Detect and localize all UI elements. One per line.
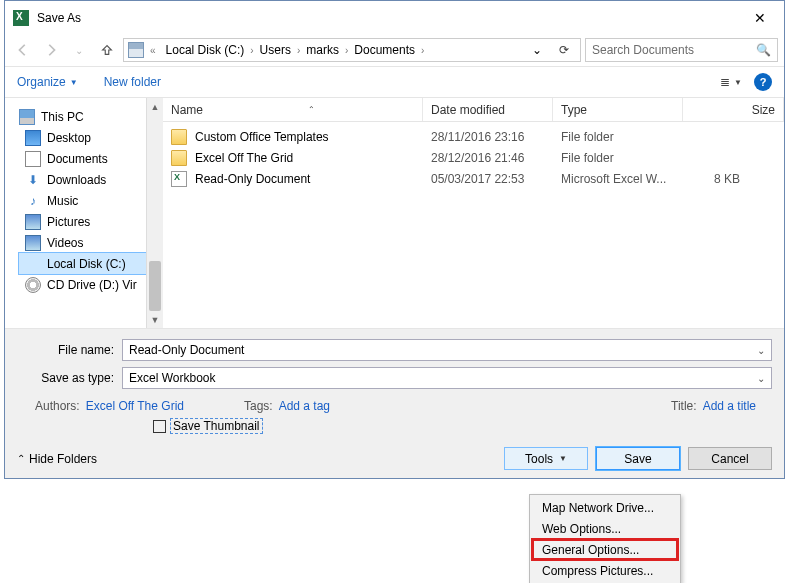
chevron-down-icon[interactable]: ⌄: [757, 345, 765, 356]
view-button[interactable]: ≣▼: [720, 75, 742, 89]
sidebar-this-pc[interactable]: This PC: [19, 106, 163, 127]
document-icon: [25, 151, 41, 167]
search-icon: 🔍: [756, 43, 771, 57]
chevron-icon[interactable]: ›: [248, 45, 255, 56]
search-input[interactable]: Search Documents 🔍: [585, 38, 778, 62]
chevron-up-icon: ⌃: [17, 453, 25, 464]
tags-value[interactable]: Add a tag: [279, 399, 330, 413]
folder-icon: [171, 150, 187, 166]
crumb-documents[interactable]: Documents: [350, 40, 419, 60]
menu-web-options[interactable]: Web Options...: [532, 518, 678, 539]
sidebar-music[interactable]: ♪Music: [19, 190, 163, 211]
authors-label: Authors:: [35, 399, 80, 413]
desktop-icon: [25, 130, 41, 146]
excel-file-icon: [171, 171, 187, 187]
column-headers: Name⌃ Date modified Type Size: [163, 98, 784, 122]
hide-folders-button[interactable]: ⌃Hide Folders: [17, 452, 97, 466]
tags-label: Tags:: [244, 399, 273, 413]
crumb-users[interactable]: Users: [256, 40, 295, 60]
dialog-title: Save As: [37, 11, 744, 25]
meta-row: Authors: Excel Off The Grid Tags: Add a …: [35, 399, 772, 413]
toolbar: Organize▼ New folder ≣▼ ?: [5, 66, 784, 98]
form-area: File name: Read-Only Document⌄ Save as t…: [5, 328, 784, 478]
menu-general-options[interactable]: General Options...: [532, 539, 678, 560]
refresh-button[interactable]: ⟳: [552, 40, 576, 60]
chevron-icon[interactable]: ›: [295, 45, 302, 56]
chevron-icon[interactable]: ›: [343, 45, 350, 56]
help-button[interactable]: ?: [754, 73, 772, 91]
crumb-marks[interactable]: marks: [302, 40, 343, 60]
pc-icon: [19, 109, 35, 125]
col-size[interactable]: Size: [683, 98, 784, 121]
sidebar-desktop[interactable]: Desktop: [19, 127, 163, 148]
nav-bar: ⌄ « Local Disk (C:)› Users› marks› Docum…: [5, 34, 784, 66]
up-button[interactable]: [95, 38, 119, 62]
chevron-icon[interactable]: «: [148, 45, 158, 56]
pictures-icon: [25, 214, 41, 230]
sidebar: This PC Desktop Documents ⬇Downloads ♪Mu…: [5, 98, 163, 328]
sidebar-scrollbar[interactable]: ▲ ▼: [146, 98, 163, 328]
title-bar: Save As ✕: [5, 1, 784, 34]
address-dropdown[interactable]: ⌄: [526, 43, 548, 57]
title-value[interactable]: Add a title: [703, 399, 756, 413]
sidebar-documents[interactable]: Documents: [19, 148, 163, 169]
drive-icon: [25, 256, 41, 272]
new-folder-button[interactable]: New folder: [104, 75, 161, 89]
folder-icon: [171, 129, 187, 145]
save-as-dialog: Save As ✕ ⌄ « Local Disk (C:)› Users› ma…: [4, 0, 785, 479]
thumbnail-label: Save Thumbnail: [170, 418, 263, 434]
type-label: Save as type:: [17, 371, 122, 385]
sidebar-videos[interactable]: Videos: [19, 232, 163, 253]
file-row[interactable]: Excel Off The Grid 28/12/2016 21:46 File…: [163, 147, 784, 168]
file-row[interactable]: Read-Only Document 05/03/2017 22:53 Micr…: [163, 168, 784, 189]
menu-compress-pictures[interactable]: Compress Pictures...: [532, 560, 678, 581]
excel-icon: [13, 10, 29, 26]
file-pane: Name⌃ Date modified Type Size Custom Off…: [163, 98, 784, 328]
col-date[interactable]: Date modified: [423, 98, 553, 121]
body: This PC Desktop Documents ⬇Downloads ♪Mu…: [5, 98, 784, 328]
thumbnail-row: Save Thumbnail: [153, 419, 772, 433]
title-label: Title:: [671, 399, 697, 413]
file-row[interactable]: Custom Office Templates 28/11/2016 23:16…: [163, 126, 784, 147]
scroll-thumb[interactable]: [149, 261, 161, 311]
close-button[interactable]: ✕: [744, 6, 776, 30]
drive-icon: [128, 42, 144, 58]
filename-input[interactable]: Read-Only Document⌄: [122, 339, 772, 361]
scroll-up-icon[interactable]: ▲: [147, 98, 163, 115]
search-placeholder: Search Documents: [592, 43, 694, 57]
menu-map-drive[interactable]: Map Network Drive...: [532, 497, 678, 518]
organize-button[interactable]: Organize▼: [17, 75, 78, 89]
sidebar-cd-drive[interactable]: CD Drive (D:) Vir: [19, 274, 163, 295]
chevron-icon[interactable]: ›: [419, 45, 426, 56]
cd-icon: [25, 277, 41, 293]
sidebar-downloads[interactable]: ⬇Downloads: [19, 169, 163, 190]
col-type[interactable]: Type: [553, 98, 683, 121]
col-name[interactable]: Name⌃: [163, 98, 423, 121]
scroll-down-icon[interactable]: ▼: [147, 311, 163, 328]
chevron-down-icon: ▼: [559, 454, 567, 463]
save-button[interactable]: Save: [596, 447, 680, 470]
tools-menu: Map Network Drive... Web Options... Gene…: [529, 494, 681, 583]
videos-icon: [25, 235, 41, 251]
sidebar-pictures[interactable]: Pictures: [19, 211, 163, 232]
button-row: ⌃Hide Folders Tools▼ Save Cancel: [17, 447, 772, 470]
recent-dropdown[interactable]: ⌄: [67, 38, 91, 62]
type-select[interactable]: Excel Workbook⌄: [122, 367, 772, 389]
forward-button[interactable]: [39, 38, 63, 62]
crumb-local-disk[interactable]: Local Disk (C:): [162, 40, 249, 60]
download-icon: ⬇: [25, 172, 41, 188]
file-list: Custom Office Templates 28/11/2016 23:16…: [163, 122, 784, 328]
chevron-down-icon[interactable]: ⌄: [757, 373, 765, 384]
back-button[interactable]: [11, 38, 35, 62]
sidebar-local-disk[interactable]: Local Disk (C:): [19, 253, 163, 274]
cancel-button[interactable]: Cancel: [688, 447, 772, 470]
breadcrumb: Local Disk (C:)› Users› marks› Documents…: [162, 40, 522, 60]
address-bar[interactable]: « Local Disk (C:)› Users› marks› Documen…: [123, 38, 581, 62]
thumbnail-checkbox[interactable]: [153, 420, 166, 433]
tools-button[interactable]: Tools▼: [504, 447, 588, 470]
authors-value[interactable]: Excel Off The Grid: [86, 399, 184, 413]
filename-label: File name:: [17, 343, 122, 357]
music-icon: ♪: [25, 193, 41, 209]
